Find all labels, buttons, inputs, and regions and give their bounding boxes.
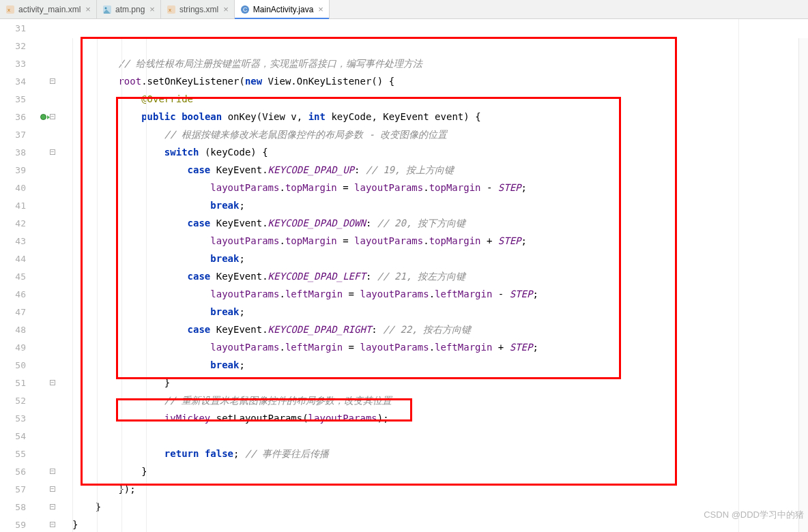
gutter-marker [38,409,48,427]
code-line[interactable] [56,19,808,37]
code-content[interactable]: // 给线性根布局注册按键监听器，实现监听器接口，编写事件处理方法 root.s… [56,19,808,532]
vertical-scrollbar[interactable] [798,38,808,532]
line-number: 38 [0,143,26,161]
code-line[interactable] [56,427,808,445]
code-line[interactable]: // 重新设置米老鼠图像控件的布局参数，改变其位置 [56,391,808,409]
gutter-marker [38,125,48,143]
close-icon[interactable]: × [317,4,323,14]
svg-text:x: x [169,7,171,13]
line-number: 51 [0,374,26,391]
fold-open-icon[interactable]: − [50,78,55,84]
gutter-marker [38,214,48,232]
tab-atm-png[interactable]: atm.png × [97,0,161,18]
indent-guide [146,38,147,532]
tab-activity-main-xml[interactable]: x activity_main.xml × [0,0,97,18]
code-line[interactable]: break; [56,303,808,321]
code-line[interactable] [56,37,808,55]
code-line[interactable]: ivMickey.setLayoutParams(layoutParams); [56,409,808,427]
fold-close-icon[interactable]: − [50,504,55,509]
code-line[interactable]: layoutParams.leftMargin = layoutParams.l… [56,338,808,356]
line-number: 36 [0,108,26,125]
code-line[interactable]: layoutParams.topMargin = layoutParams.to… [56,179,808,196]
tab-strings-xml[interactable]: x strings.xml × [161,0,235,18]
xml-file-icon: x [167,5,176,14]
editor-tab-bar: x activity_main.xml × atm.png × x string… [0,0,808,19]
code-editor[interactable]: 3132333435363738394041424344454647484950… [0,19,808,532]
tab-main-activity-java[interactable]: C MainActivity.java × [235,0,330,18]
code-line[interactable]: break; [56,356,808,374]
code-line[interactable]: } [56,462,808,480]
gutter-marker [38,250,48,267]
code-line[interactable]: // 给线性根布局注册按键监听器，实现监听器接口，编写事件处理方法 [56,55,808,72]
fold-close-icon[interactable]: − [50,380,55,385]
gutter-marker [38,37,48,55]
code-line[interactable]: root.setOnKeyListener(new View.OnKeyList… [56,72,808,90]
gutter-marker [38,19,48,37]
indent-guide [121,38,122,532]
gutter-marker [38,285,48,303]
line-number: 37 [0,125,26,143]
line-number: 54 [0,427,26,445]
tab-label: strings.xml [179,5,218,14]
code-line[interactable]: }); [56,480,808,498]
code-line[interactable]: } [56,498,808,516]
indent-guide [97,38,98,532]
code-line[interactable]: @Override [56,90,808,108]
gutter-marker [38,303,48,321]
gutter-marker [38,480,48,498]
gutter-marker [38,196,48,214]
fold-gutter: −−−−−−−− [48,19,56,532]
gutter-marker [38,143,48,161]
line-number: 55 [0,445,26,462]
close-icon[interactable]: × [84,4,91,14]
line-number: 41 [0,196,26,214]
code-line[interactable]: public boolean onKey(View v, int keyCode… [56,108,808,125]
tab-label: MainActivity.java [253,5,313,14]
code-line[interactable]: } [56,374,808,391]
line-number: 59 [0,516,26,532]
code-line[interactable]: case KeyEvent.KEYCODE_DPAD_UP: // 19, 按上… [56,161,808,179]
gutter-marker [38,445,48,462]
watermark-text: CSDN @DDD学习中的猪 [704,509,804,521]
close-icon[interactable]: × [148,4,155,14]
line-number: 56 [0,462,26,480]
run-marker-icon[interactable] [40,114,46,120]
line-number: 45 [0,267,26,285]
line-number: 47 [0,303,26,321]
code-line[interactable]: switch (keyCode) { [56,143,808,161]
gutter-marker [38,462,48,480]
svg-point-3 [104,7,106,9]
fold-close-icon[interactable]: − [50,486,55,492]
tab-label: atm.png [115,5,145,14]
fold-close-icon[interactable]: − [50,469,55,474]
code-line[interactable]: break; [56,196,808,214]
fold-open-icon[interactable]: − [50,149,55,155]
gutter-marker [38,72,48,90]
code-line[interactable]: break; [56,250,808,267]
image-file-icon [102,5,112,14]
line-number: 33 [0,55,26,72]
gutter-marker [38,356,48,374]
line-number: 46 [0,285,26,303]
gutter-marker [38,338,48,356]
svg-text:x: x [8,7,10,13]
line-number: 49 [0,338,26,356]
code-line[interactable]: layoutParams.leftMargin = layoutParams.l… [56,285,808,303]
code-line[interactable]: case KeyEvent.KEYCODE_DPAD_LEFT: // 21, … [56,267,808,285]
code-line[interactable]: return false; // 事件要往后传播 [56,445,808,462]
code-line[interactable]: layoutParams.topMargin = layoutParams.to… [56,232,808,250]
line-number: 40 [0,179,26,196]
code-line[interactable]: case KeyEvent.KEYCODE_DPAD_DOWN: // 20, … [56,214,808,232]
code-line[interactable]: case KeyEvent.KEYCODE_DPAD_RIGHT: // 22,… [56,321,808,338]
code-line[interactable]: } [56,516,808,532]
fold-open-icon[interactable]: − [50,114,55,119]
code-line[interactable]: // 根据按键来修改米老鼠图像控件的布局参数 - 改变图像的位置 [56,125,808,143]
close-icon[interactable]: × [222,4,229,14]
line-number: 53 [0,409,26,427]
xml-file-icon: x [5,5,15,14]
fold-close-icon[interactable]: − [50,522,55,527]
gutter-marker [38,516,48,532]
line-number: 34 [0,72,26,90]
gutter-marker [38,374,48,391]
gutter-marker [38,161,48,179]
